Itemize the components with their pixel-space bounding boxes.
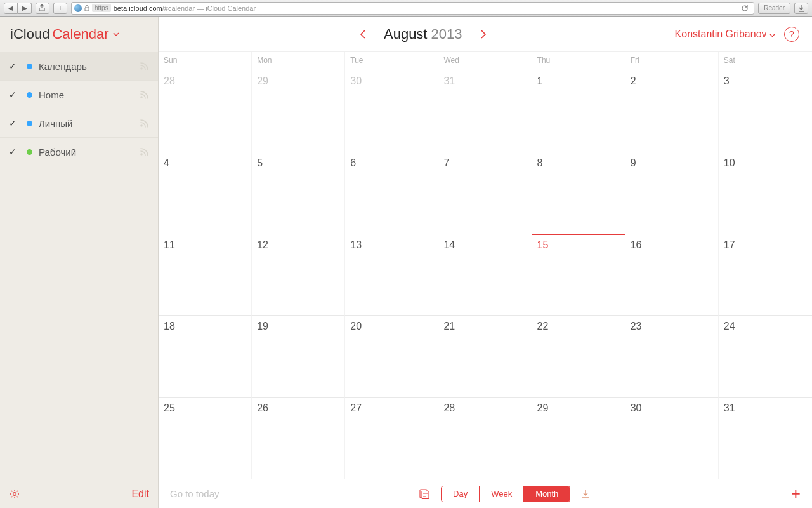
day-number: 31 — [724, 403, 807, 414]
calendar-day-cell[interactable]: 25 — [159, 397, 252, 479]
add-bookmark-button[interactable]: + — [53, 3, 67, 14]
day-number: 14 — [443, 239, 526, 251]
list-view-icon[interactable] — [419, 489, 431, 499]
globe-icon — [74, 4, 82, 12]
calendar-day-cell[interactable]: 8 — [532, 152, 625, 234]
check-icon: ✓ — [9, 90, 18, 100]
downloads-button[interactable] — [794, 3, 808, 14]
calendar-day-cell[interactable]: 27 — [345, 397, 438, 479]
calendar-day-cell[interactable]: 2 — [625, 70, 719, 152]
calendar-day-cell[interactable]: 22 — [532, 315, 625, 397]
share-calendar-icon[interactable] — [140, 90, 149, 100]
chevron-down-icon — [113, 32, 119, 37]
calendar-day-cell[interactable]: 1 — [532, 70, 625, 152]
calendar-day-cell[interactable]: 14 — [438, 234, 532, 316]
calendar-day-cell[interactable]: 9 — [625, 152, 719, 234]
calendar-day-cell[interactable]: 15 — [532, 234, 625, 316]
calendar-day-cell[interactable]: 28 — [159, 70, 252, 152]
nav-forward-button[interactable]: ▶ — [18, 3, 32, 14]
calendar-day-cell[interactable]: 17 — [719, 234, 812, 316]
calendar-day-cell[interactable]: 12 — [252, 234, 345, 316]
share-button[interactable] — [36, 3, 49, 14]
calendar-day-cell[interactable]: 21 — [438, 315, 532, 397]
day-number: 29 — [537, 403, 620, 414]
calendar-day-cell[interactable]: 30 — [625, 397, 719, 479]
share-calendar-icon[interactable] — [140, 119, 149, 128]
month-title: August 2013 — [384, 26, 462, 43]
calendar-item[interactable]: ✓Рабочий — [0, 138, 158, 166]
day-number: 28 — [443, 403, 526, 414]
day-number: 19 — [257, 321, 339, 332]
day-number: 15 — [537, 239, 620, 251]
lock-icon — [84, 5, 89, 11]
url-scheme: https — [92, 4, 111, 12]
next-month-button[interactable] — [480, 29, 487, 39]
account-menu[interactable]: Konstantin Gribanov — [675, 29, 775, 40]
calendar-day-cell[interactable]: 29 — [532, 397, 625, 479]
day-number: 9 — [631, 157, 713, 169]
share-calendar-icon[interactable] — [140, 62, 149, 71]
calendar-day-cell[interactable]: 13 — [345, 234, 438, 316]
edit-button[interactable]: Edit — [131, 488, 149, 500]
day-number: 29 — [257, 76, 339, 87]
day-number: 31 — [443, 76, 526, 87]
share-calendar-icon[interactable] — [140, 147, 149, 157]
calendar-day-cell[interactable]: 31 — [719, 397, 812, 479]
weekday-label: Wed — [438, 52, 532, 70]
day-number: 6 — [350, 157, 433, 169]
day-number: 12 — [257, 239, 339, 251]
address-bar[interactable]: https beta.icloud.com/#calendar — iCloud… — [71, 2, 754, 15]
calendar-item[interactable]: ✓Личный — [0, 109, 158, 138]
prev-month-button[interactable] — [360, 29, 366, 39]
add-event-button[interactable]: + — [791, 484, 801, 504]
calendar-grid: 2829303112345678910111213141516171819202… — [159, 70, 812, 479]
nav-back-button[interactable]: ◀ — [4, 3, 18, 14]
gear-icon[interactable] — [9, 488, 20, 500]
calendar-item[interactable]: ✓Home — [0, 81, 158, 109]
calendar-day-cell[interactable]: 10 — [719, 152, 812, 234]
calendar-day-cell[interactable]: 28 — [438, 397, 532, 479]
go-to-today-button[interactable]: Go to today — [170, 488, 219, 499]
day-number: 5 — [257, 157, 339, 169]
calendar-list: ✓Календарь✓Home✓Личный✓Рабочий — [0, 52, 158, 479]
day-number: 18 — [164, 321, 246, 332]
calendar-day-cell[interactable]: 26 — [252, 397, 345, 479]
calendar-day-cell[interactable]: 11 — [159, 234, 252, 316]
calendar-label: Календарь — [39, 61, 87, 72]
main-header: August 2013 Konstantin Gribanov ? — [159, 17, 812, 52]
calendar-day-cell[interactable]: 7 — [438, 152, 532, 234]
svg-point-0 — [13, 492, 16, 495]
app-switcher[interactable]: iCloud Calendar — [0, 17, 158, 52]
reader-button[interactable]: Reader — [758, 3, 790, 14]
calendar-day-cell[interactable]: 29 — [252, 70, 345, 152]
check-icon: ✓ — [9, 147, 18, 157]
calendar-day-cell[interactable]: 6 — [345, 152, 438, 234]
calendar-item[interactable]: ✓Календарь — [0, 52, 158, 81]
calendar-color-dot — [27, 149, 32, 155]
calendar-day-cell[interactable]: 5 — [252, 152, 345, 234]
day-number: 8 — [537, 157, 620, 169]
weekday-label: Sat — [719, 52, 812, 70]
calendar-day-cell[interactable]: 18 — [159, 315, 252, 397]
calendar-day-cell[interactable]: 16 — [625, 234, 719, 316]
calendar-day-cell[interactable]: 4 — [159, 152, 252, 234]
weekday-label: Tue — [345, 52, 438, 70]
calendar-day-cell[interactable]: 20 — [345, 315, 438, 397]
calendar-day-cell[interactable]: 19 — [252, 315, 345, 397]
view-month-button[interactable]: Month — [524, 486, 570, 502]
calendar-day-cell[interactable]: 23 — [625, 315, 719, 397]
check-icon: ✓ — [9, 118, 18, 128]
day-number: 26 — [257, 403, 339, 414]
view-week-button[interactable]: Week — [480, 486, 524, 502]
view-day-button[interactable]: Day — [442, 486, 480, 502]
main-footer: Go to today Day Week Month + — [159, 479, 812, 508]
help-button[interactable]: ? — [784, 27, 799, 42]
day-number: 30 — [350, 76, 433, 87]
calendar-day-cell[interactable]: 24 — [719, 315, 812, 397]
calendar-day-cell[interactable]: 30 — [345, 70, 438, 152]
calendar-day-cell[interactable]: 31 — [438, 70, 532, 152]
day-number: 4 — [164, 157, 246, 169]
calendar-day-cell[interactable]: 3 — [719, 70, 812, 152]
download-icon[interactable] — [580, 489, 591, 499]
reload-button[interactable] — [738, 3, 751, 14]
